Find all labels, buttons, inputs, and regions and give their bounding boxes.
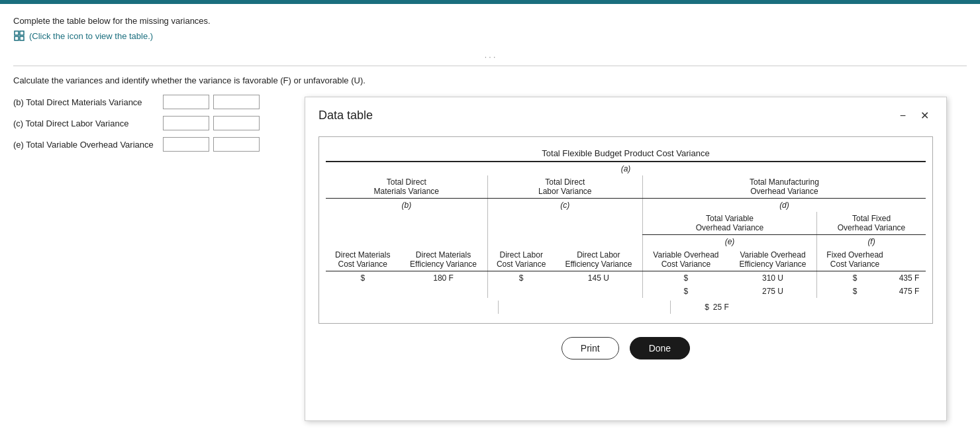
form-input-c2[interactable] bbox=[213, 116, 260, 130]
dm-eff-value: 145 U bbox=[555, 271, 643, 285]
fo-cost-header: Fixed Overhead Cost Variance bbox=[817, 248, 893, 271]
col3-left-header: Total Variable Overhead Variance bbox=[642, 212, 816, 235]
modal-header: Data table − ✕ bbox=[305, 97, 946, 130]
modal-controls: − ✕ bbox=[896, 108, 933, 123]
col2-sublabel: (c) bbox=[487, 199, 642, 213]
minimize-button[interactable]: − bbox=[896, 109, 910, 123]
svg-rect-1 bbox=[20, 31, 24, 35]
close-button[interactable]: ✕ bbox=[916, 108, 933, 123]
modal-body: Total Flexible Budget Product Cost Varia… bbox=[305, 130, 946, 373]
form-label-e: (e) Total Variable Overhead Variance bbox=[13, 140, 159, 150]
ellipsis-bar: · · · bbox=[13, 48, 967, 66]
col3-sublabel: (d) bbox=[642, 199, 926, 213]
col3-right-header: Total Fixed Overhead Variance bbox=[817, 212, 926, 235]
overhead-values-row: $ 25 F bbox=[326, 301, 926, 314]
dm-eff-header-line1: Direct Materials Efficiency Variance bbox=[399, 248, 487, 271]
fo-empty bbox=[893, 248, 926, 271]
form-input-e2[interactable] bbox=[213, 137, 260, 152]
click-icon-row[interactable]: (Click the icon to view the table.) bbox=[13, 30, 967, 42]
dm-eff-dollar: $ bbox=[487, 271, 555, 285]
svg-rect-0 bbox=[15, 31, 19, 35]
dl-cost-header-line1: Direct Labor Cost Variance bbox=[487, 248, 555, 271]
print-button[interactable]: Print bbox=[562, 337, 619, 359]
svg-rect-2 bbox=[15, 36, 19, 40]
dl-cost-value: 310 U bbox=[729, 271, 817, 285]
data-table-wrapper: Total Flexible Budget Product Cost Varia… bbox=[318, 136, 933, 324]
form-label-c: (c) Total Direct Labor Variance bbox=[13, 119, 159, 128]
vo-cost-header: Variable Overhead Cost Variance bbox=[642, 248, 729, 271]
main-content: Complete the table below for the missing… bbox=[0, 4, 980, 429]
vo-eff-value: 475 F bbox=[893, 285, 926, 298]
modal-overlay: Data table − ✕ Total Flexible Budget Pro… bbox=[305, 97, 980, 429]
form-input-c1[interactable] bbox=[163, 116, 209, 130]
dl-eff-dollar: $ bbox=[817, 271, 893, 285]
data-table-modal: Data table − ✕ Total Flexible Budget Pro… bbox=[305, 97, 947, 421]
vo-eff-header: Variable Overhead Efficiency Variance bbox=[729, 248, 817, 271]
fo-cost-dollar: $ bbox=[705, 303, 709, 312]
dm-cost-value: 180 F bbox=[399, 271, 487, 285]
vo-eff-dollar: $ bbox=[817, 285, 893, 298]
fo-cost-value: 25 F bbox=[713, 303, 729, 312]
form-input-b2[interactable] bbox=[213, 95, 260, 109]
form-input-e1[interactable] bbox=[163, 137, 209, 152]
vo-cost-value: 275 U bbox=[729, 285, 817, 298]
dl-eff-header-line1: Direct Labor Efficiency Variance bbox=[555, 248, 643, 271]
click-icon-label: (Click the icon to view the table.) bbox=[29, 31, 153, 41]
col2-header: Total Direct Labor Variance bbox=[487, 175, 642, 199]
col3-left-sublabel: (e) bbox=[642, 235, 816, 249]
main-instruction: Complete the table below for the missing… bbox=[13, 16, 967, 26]
variance-table: Total Flexible Budget Product Cost Varia… bbox=[326, 146, 926, 298]
calc-instruction: Calculate the variances and identify whe… bbox=[13, 66, 967, 85]
vo-cost-dollar: $ bbox=[642, 285, 729, 298]
dm-cost-header-line1: Direct Materials Cost Variance bbox=[326, 248, 399, 271]
main-header: Total Flexible Budget Product Cost Varia… bbox=[326, 146, 926, 162]
form-input-b1[interactable] bbox=[163, 95, 209, 109]
main-sublabel: (a) bbox=[326, 162, 926, 175]
dl-cost-dollar: $ bbox=[642, 271, 729, 285]
col1-header: Total Direct Materials Variance bbox=[326, 175, 487, 199]
dl-eff-value: 435 F bbox=[893, 271, 926, 285]
dm-cost-dollar: $ bbox=[326, 271, 399, 285]
button-row: Print Done bbox=[318, 337, 933, 359]
col3-header: Total Manufacturing Overhead Variance bbox=[642, 175, 926, 199]
form-label-b: (b) Total Direct Materials Variance bbox=[13, 97, 159, 107]
col3-right-sublabel: (f) bbox=[817, 235, 926, 249]
grid-icon bbox=[13, 30, 25, 42]
col1-sublabel: (b) bbox=[326, 199, 487, 213]
done-button[interactable]: Done bbox=[630, 337, 690, 359]
modal-title: Data table bbox=[318, 109, 373, 122]
svg-rect-3 bbox=[20, 36, 24, 40]
